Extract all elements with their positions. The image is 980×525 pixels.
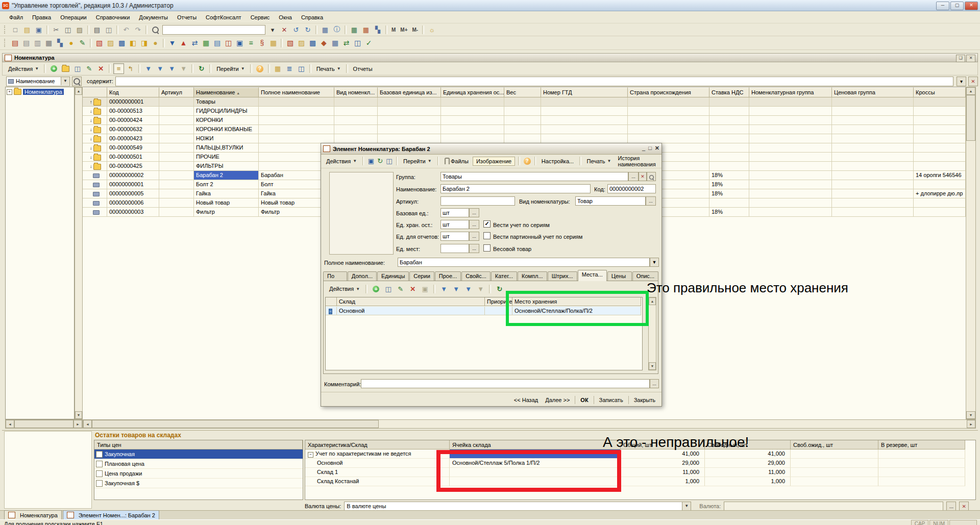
store-unit-select-button[interactable]: ... — [469, 220, 479, 229]
menu-item[interactable]: Сервис — [247, 13, 274, 22]
places-column-header[interactable]: Склад — [337, 297, 485, 306]
table-row[interactable]: ↑00000000001Товары — [83, 97, 966, 107]
search-dropdown-icon[interactable]: ▾ — [267, 24, 278, 35]
places-actions-menu[interactable]: Действия▼ — [327, 285, 362, 293]
next-button[interactable]: Далее >> — [543, 395, 572, 405]
report-icon[interactable]: ▦ — [43, 38, 54, 48]
column-header[interactable]: Вид номенкл... — [334, 87, 378, 97]
clear-filter-button[interactable]: ▼ — [178, 63, 189, 74]
price-type-row[interactable]: Закупочная — [94, 449, 303, 459]
kind-field[interactable]: Товар — [575, 196, 646, 206]
name-field[interactable]: Барабан 2 — [440, 184, 591, 193]
group-select-button[interactable]: ... — [628, 172, 639, 181]
prices-icon[interactable]: ✎ — [77, 38, 88, 48]
clear-filter-icon[interactable]: ✕ — [968, 77, 978, 86]
dialog-minimize-icon[interactable]: _ — [642, 145, 645, 152]
tab-item[interactable]: Цены ... — [607, 271, 632, 281]
cash-in-icon[interactable]: ◧ — [128, 38, 138, 48]
about-icon[interactable]: ⓘ — [331, 24, 342, 35]
actions-menu[interactable]: Действия▼ — [6, 65, 41, 73]
group-clear-button[interactable]: ✕ — [639, 172, 647, 181]
child-close-icon[interactable]: ✕ — [966, 55, 975, 62]
column-header[interactable]: Единица хранения ос... — [441, 87, 504, 97]
collapse-icon[interactable]: − — [308, 452, 313, 458]
menu-item[interactable]: Окна — [275, 13, 296, 22]
warehouse-in-icon[interactable]: ▼ — [167, 38, 178, 48]
column-header[interactable]: Номенклатурная группа — [749, 87, 832, 97]
copy-button[interactable]: ◫ — [72, 63, 83, 74]
column-header[interactable]: Страна происхождения — [628, 87, 709, 97]
open-icon[interactable]: ▤ — [21, 24, 33, 35]
column-header[interactable]: Кроссы — [914, 87, 966, 97]
transfer-icon[interactable]: ⇄ — [189, 38, 200, 48]
filter-history-button[interactable]: ▼ — [166, 63, 177, 74]
undo-icon[interactable]: ↶ — [120, 24, 132, 35]
back-button[interactable]: << Назад — [512, 395, 540, 405]
chart-icon[interactable]: ◆ — [318, 38, 329, 48]
print-icon[interactable]: ▤ — [91, 24, 103, 35]
settings-doc-icon[interactable]: ▦ — [330, 38, 340, 48]
reports-menu[interactable]: Отчеты — [351, 65, 375, 73]
print-preview-icon[interactable]: ◫ — [103, 24, 114, 35]
print-menu[interactable]: Печать▼ — [314, 65, 344, 73]
warehouse-out-icon[interactable]: ▲ — [178, 38, 189, 48]
places-unit-field[interactable] — [440, 244, 469, 253]
crm-icon[interactable]: ◫ — [352, 38, 363, 48]
order-icon[interactable]: ◫ — [223, 38, 234, 48]
column-header[interactable]: Вес — [504, 87, 541, 97]
goto-menu[interactable]: Перейти▼ — [214, 65, 248, 73]
full-name-dropdown-icon[interactable]: ▼ — [650, 258, 659, 267]
inventory-icon[interactable]: ▤ — [212, 38, 223, 48]
table-row[interactable]: ↓00-00000424КОРОНКИ — [83, 116, 966, 125]
base-unit-select-button[interactable]: ... — [469, 208, 479, 217]
currency-select-button[interactable]: ... — [946, 502, 956, 511]
print-list-icon[interactable]: ▥ — [32, 38, 43, 48]
stock-row[interactable]: Склад Костанай1,0001,000 — [305, 477, 975, 486]
places-refresh-button[interactable]: ↻ — [494, 284, 505, 294]
places-add-button[interactable]: + — [371, 284, 381, 294]
table-row[interactable]: ↓00-00000513ГИДРОЦИЛИНДРЫ — [83, 107, 966, 116]
redo-icon[interactable]: ↷ — [132, 24, 143, 35]
report-sales-icon[interactable]: ▧ — [285, 38, 296, 48]
windows-icon[interactable]: ▦ — [320, 24, 331, 35]
places-save-button[interactable]: ▣ — [420, 284, 430, 294]
settings-button[interactable]: Настройка... — [539, 157, 576, 165]
dialog-close-icon[interactable]: ✕ — [655, 145, 659, 152]
write-button[interactable]: Записать — [597, 395, 625, 405]
stock-row[interactable]: Склад 111,00011,000 — [305, 468, 975, 477]
find-icon[interactable] — [150, 24, 161, 35]
money-icon[interactable]: ● — [66, 38, 77, 48]
places-filter-sort-button[interactable]: ▼ — [438, 284, 449, 294]
name-history-button[interactable]: История наименования — [616, 154, 662, 168]
batch-checkbox[interactable] — [483, 232, 491, 239]
quick-filter-button[interactable]: ▼ — [155, 63, 165, 74]
refresh-button[interactable]: ↻ — [196, 63, 207, 74]
code-field[interactable]: 00000000002 — [607, 184, 656, 193]
stock-column-header[interactable]: Характеристика/Склад — [305, 440, 450, 449]
search-combobox[interactable] — [162, 25, 265, 35]
coins-icon[interactable]: ● — [150, 38, 161, 48]
print-form-icon[interactable]: ▤ — [21, 38, 32, 48]
find-next-icon[interactable]: ↺ — [290, 24, 302, 35]
filter-sort-button[interactable]: ▼ — [143, 63, 154, 74]
store-unit-field[interactable]: шт — [440, 220, 469, 229]
nomenclature-icon[interactable]: ▦ — [268, 38, 279, 48]
memory-recall-button[interactable]: M — [389, 26, 398, 34]
stock-column-header[interactable]: В резерве, шт — [878, 440, 965, 449]
purchase-doc-icon[interactable]: ▧ — [94, 38, 105, 48]
image-placeholder[interactable] — [329, 172, 394, 255]
maximize-button[interactable]: ▢ — [950, 2, 964, 10]
price-type-row[interactable]: Закупочная $ — [94, 479, 303, 488]
hierarchy-toggle-button[interactable]: ≡ — [113, 63, 124, 74]
menu-item[interactable]: Справка — [297, 13, 327, 22]
table-horizontal-scrollbar[interactable]: ◄ ► — [83, 419, 976, 429]
stock-row[interactable]: ОсновнойОсновной/Стеллаж 5/Полка 1/П/229… — [305, 459, 975, 468]
files-button[interactable]: Файлы — [442, 157, 471, 165]
base-unit-field[interactable]: шт — [440, 208, 469, 217]
combo-dropdown-icon[interactable]: ▼ — [682, 502, 691, 510]
filter-field-selector[interactable]: Наименование ▼ — [6, 77, 70, 86]
menu-item[interactable]: Справочники — [92, 13, 134, 22]
column-header[interactable]: Номер ГТД — [541, 87, 628, 97]
child-restore-icon[interactable]: ❏ — [956, 55, 965, 62]
legend-button[interactable]: ▦ — [273, 63, 283, 74]
